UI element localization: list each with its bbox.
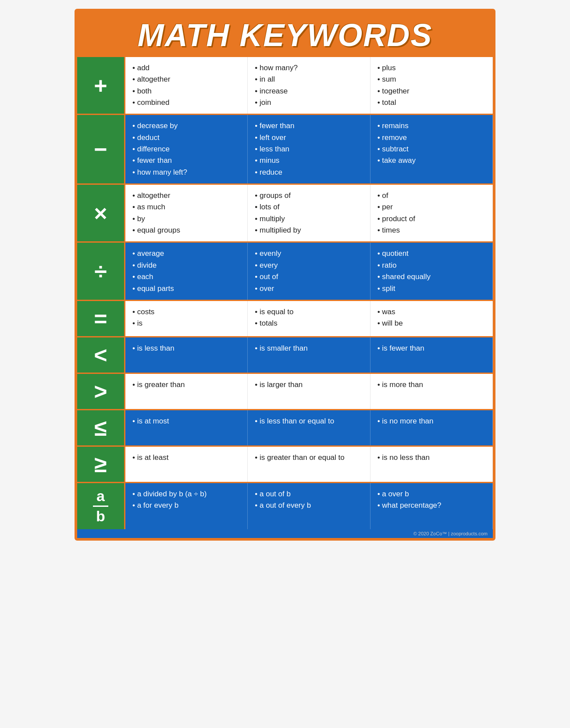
keyword-col: costsis xyxy=(125,301,248,336)
keyword-col: groups oflots ofmultiplymultiplied by xyxy=(248,185,370,241)
keyword-col: a out of ba out of every b xyxy=(248,483,370,529)
poster: MATH KEYWORDS +addaltogetherbothcombined… xyxy=(75,9,495,541)
keyword-col: fewer thanleft overless thanminusreduce xyxy=(248,115,370,183)
keywords-wrap: is less thanis smaller thanis fewer than xyxy=(125,337,493,373)
keyword-col: is greater than xyxy=(125,374,248,409)
keyword-item: average xyxy=(132,248,240,259)
keyword-item: equal groups xyxy=(132,225,240,236)
keyword-item: combined xyxy=(132,97,240,108)
keyword-item: in all xyxy=(255,74,363,85)
keyword-item: is fewer than xyxy=(378,343,485,354)
keyword-item: evenly xyxy=(255,248,363,259)
keyword-item: what percentage? xyxy=(378,500,485,511)
keyword-item: minus xyxy=(255,155,363,166)
keyword-item: ratio xyxy=(378,260,485,271)
keyword-item: product of xyxy=(378,213,485,225)
keyword-item: total xyxy=(378,97,485,108)
keyword-item: subtract xyxy=(378,143,485,155)
keyword-item: per xyxy=(378,201,485,213)
keyword-item: was xyxy=(378,306,485,318)
keyword-item: plus xyxy=(378,62,485,74)
keyword-item: a over b xyxy=(378,488,485,500)
keyword-col: quotientratioshared equallysplit xyxy=(370,243,493,299)
symbol-cell: > xyxy=(77,374,125,409)
keywords-wrap: is at leastis greater than or equal tois… xyxy=(125,447,493,482)
keyword-item: groups of xyxy=(255,190,363,201)
keyword-item: altogether xyxy=(132,74,240,85)
keyword-item: is more than xyxy=(378,379,485,391)
poster-header: MATH KEYWORDS xyxy=(77,11,493,57)
keyword-item: a out of b xyxy=(255,488,363,500)
keyword-col: is no more than xyxy=(370,410,493,445)
keyword-col: is more than xyxy=(370,374,493,409)
keyword-item: increase xyxy=(255,86,363,97)
symbol-cell: − xyxy=(77,115,125,183)
keyword-item: multiplied by xyxy=(255,225,363,236)
keyword-item: remove xyxy=(378,132,485,143)
table-row: ÷averagedivideeachequal partsevenlyevery… xyxy=(77,243,493,301)
keyword-item: is equal to xyxy=(255,306,363,318)
keyword-col: is greater than or equal to xyxy=(248,447,370,482)
keyword-col: is smaller than xyxy=(248,337,370,373)
symbol-cell: + xyxy=(77,57,125,114)
table-row: +addaltogetherbothcombinedhow many?in al… xyxy=(77,57,493,115)
keyword-item: is greater than xyxy=(132,379,240,391)
keyword-item: add xyxy=(132,62,240,74)
keyword-col: a over bwhat percentage? xyxy=(370,483,493,529)
keyword-col: is fewer than xyxy=(370,337,493,373)
keyword-item: is no less than xyxy=(378,452,485,463)
keyword-item: costs xyxy=(132,306,240,318)
keyword-item: how many? xyxy=(255,62,363,74)
keyword-col: is at most xyxy=(125,410,248,445)
keyword-item: remains xyxy=(378,120,485,132)
symbol-cell: ab xyxy=(77,483,125,529)
keyword-col: addaltogetherbothcombined xyxy=(125,57,248,114)
poster-title: MATH KEYWORDS xyxy=(82,19,488,51)
keyword-item: is less than or equal to xyxy=(255,416,363,427)
symbol-cell: ÷ xyxy=(77,243,125,299)
keyword-item: divide xyxy=(132,260,240,271)
keyword-col: is equal tototals xyxy=(248,301,370,336)
keyword-item: deduct xyxy=(132,132,240,143)
table-row: −decrease bydeductdifferencefewer thanho… xyxy=(77,115,493,185)
keyword-item: decrease by xyxy=(132,120,240,132)
keyword-item: a for every b xyxy=(132,500,240,511)
keywords-table: +addaltogetherbothcombinedhow many?in al… xyxy=(77,57,493,529)
keyword-item: less than xyxy=(255,143,363,155)
keyword-item: times xyxy=(378,225,485,236)
keyword-item: lots of xyxy=(255,201,363,213)
keyword-item: every xyxy=(255,260,363,271)
keyword-item: altogether xyxy=(132,190,240,201)
keyword-item: is smaller than xyxy=(255,343,363,354)
keyword-item: equal parts xyxy=(132,283,240,294)
footer-note: © 2020 ZoCo™ | zooproducts.com xyxy=(77,529,493,538)
keyword-item: is no more than xyxy=(378,416,485,427)
table-row: ×altogetheras muchbyequal groupsgroups o… xyxy=(77,185,493,243)
keyword-item: split xyxy=(378,283,485,294)
keyword-col: is less than or equal to xyxy=(248,410,370,445)
keyword-item: take away xyxy=(378,155,485,166)
keyword-item: together xyxy=(378,86,485,97)
symbol-cell: × xyxy=(77,185,125,241)
keyword-col: decrease bydeductdifferencefewer thanhow… xyxy=(125,115,248,183)
keyword-item: multiply xyxy=(255,213,363,225)
table-row: ≤is at mostis less than or equal tois no… xyxy=(77,410,493,447)
keyword-item: reduce xyxy=(255,167,363,178)
keyword-item: is at most xyxy=(132,416,240,427)
keyword-item: fewer than xyxy=(255,120,363,132)
keyword-col: evenlyeveryout ofover xyxy=(248,243,370,299)
keyword-item: out of xyxy=(255,271,363,283)
keyword-item: quotient xyxy=(378,248,485,259)
keyword-col: is larger than xyxy=(248,374,370,409)
keyword-item: sum xyxy=(378,74,485,85)
keyword-item: by xyxy=(132,213,240,225)
keywords-wrap: costsisis equal tototalswaswill be xyxy=(125,301,493,336)
symbol-cell: ≤ xyxy=(77,410,125,445)
keyword-item: totals xyxy=(255,318,363,329)
keyword-item: is xyxy=(132,318,240,329)
symbol-cell: ≥ xyxy=(77,447,125,482)
table-row: >is greater thanis larger thanis more th… xyxy=(77,374,493,410)
keyword-item: as much xyxy=(132,201,240,213)
keyword-item: of xyxy=(378,190,485,201)
keyword-col: remainsremovesubtracttake away xyxy=(370,115,493,183)
